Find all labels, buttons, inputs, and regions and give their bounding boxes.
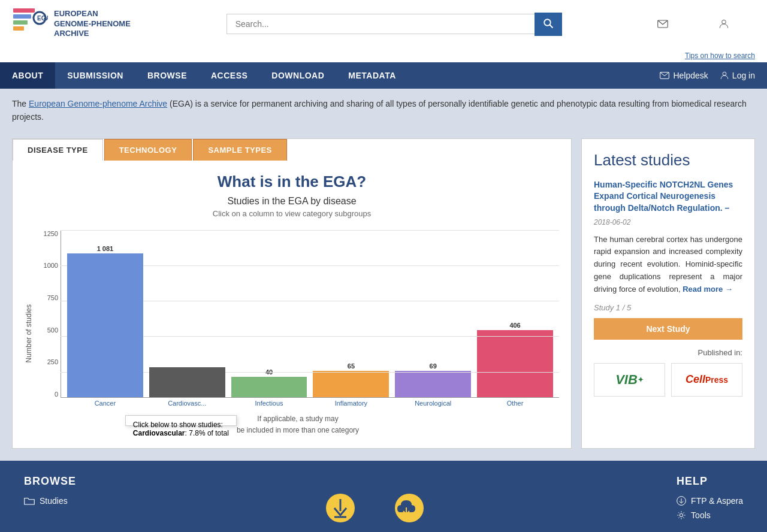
chart-wrapper: Number of studies 1250 1000 750 500 250 … xyxy=(25,230,559,436)
publisher-logos: VIB ✦ CellPress xyxy=(594,363,742,397)
nav-about[interactable]: ABOUT xyxy=(0,62,55,89)
logo-line-1: EUROPEAN xyxy=(54,9,131,19)
search-button[interactable] xyxy=(535,13,562,36)
nav-metadata[interactable]: METADATA xyxy=(336,62,407,89)
bar-group-other[interactable]: 406 xyxy=(477,322,553,397)
chart-inner: 1250 1000 750 500 250 0 xyxy=(37,230,559,436)
y-labels: 1250 1000 750 500 250 0 xyxy=(37,230,61,398)
cellpress-logo-text: Cell xyxy=(686,373,705,386)
x-label-infectious-text[interactable]: Infectious xyxy=(255,400,283,407)
tooltip-label: Cardiovascular xyxy=(133,429,185,437)
help-tools-item[interactable]: Tools xyxy=(677,510,743,520)
x-label-inflamatory[interactable]: Inflamatory xyxy=(313,398,389,407)
svg-text:EGA: EGA xyxy=(37,15,48,22)
nav-helpdesk-label: Helpdesk xyxy=(673,71,708,80)
x-label-cancer-text[interactable]: Cancer xyxy=(95,400,116,407)
svg-rect-2 xyxy=(13,20,28,25)
tab-disease-type[interactable]: DISEASE TYPE xyxy=(13,139,103,161)
help-ftp-item[interactable]: FTP & Aspera xyxy=(677,496,743,506)
nav-login-label: Log in xyxy=(732,71,755,80)
logo-area: EGA EUROPEAN GENOME-PHENOME ARCHIVE xyxy=(12,6,131,42)
nav-login[interactable]: Log in xyxy=(720,71,755,80)
x-label-infectious[interactable]: Infectious xyxy=(231,398,307,407)
logo-line-2: GENOME-PHENOME xyxy=(54,19,131,29)
bar-other[interactable] xyxy=(477,330,553,397)
bar-group-inflamatory[interactable]: 65 xyxy=(313,362,389,397)
bar-group-cancer[interactable]: 1 081 xyxy=(67,245,143,397)
x-label-other[interactable]: Other xyxy=(477,398,553,407)
tips-link[interactable]: Tips on how to search xyxy=(685,52,755,60)
bar-group-infectious[interactable]: 40 xyxy=(231,368,307,397)
svg-point-11 xyxy=(723,72,726,75)
nav-helpdesk[interactable]: Helpdesk xyxy=(660,71,708,80)
x-label-neurological-text[interactable]: Neurological xyxy=(415,400,451,407)
bar-cardiovascular[interactable] xyxy=(149,367,225,397)
search-area xyxy=(227,13,562,36)
tooltip-value: 7.8% of total xyxy=(189,429,229,437)
svg-point-9 xyxy=(722,20,726,24)
browse-heading: BROWSE xyxy=(24,475,76,488)
download-icon xyxy=(325,493,355,523)
y-axis-label: Number of studies xyxy=(25,230,33,436)
login-link[interactable]: Log in xyxy=(719,19,755,29)
x-label-cancer[interactable]: Cancer xyxy=(67,398,143,407)
ega-link[interactable]: European Genome-phenome Archive xyxy=(29,99,167,108)
browse-col: BROWSE Studies xyxy=(24,475,76,506)
x-label-other-text[interactable]: Other xyxy=(507,400,524,407)
bar-group-cardiovascular[interactable]: Click below to show studies: Cardiovascu… xyxy=(149,367,225,397)
read-more-arrow: → xyxy=(725,285,733,294)
x-label-cardiovascular-text[interactable]: Cardiovasc... xyxy=(168,400,206,407)
tab-sample-types[interactable]: SAMPLE TYPES xyxy=(193,139,286,161)
svg-point-16 xyxy=(680,513,683,516)
bar-neurological[interactable] xyxy=(395,371,471,397)
svg-rect-3 xyxy=(13,26,24,31)
x-label-inflamatory-text[interactable]: Inflamatory xyxy=(335,400,367,407)
folder-icon xyxy=(24,497,35,505)
bar-infectious[interactable] xyxy=(231,377,307,397)
help-col: HELP FTP & Aspera Tools xyxy=(677,475,743,520)
published-in-label: Published in: xyxy=(594,348,742,357)
help-tools-label: Tools xyxy=(691,510,711,520)
next-study-button[interactable]: Next Study xyxy=(594,318,742,340)
search-input[interactable] xyxy=(227,14,535,34)
y-label-500: 500 xyxy=(37,327,58,334)
cloud-icon xyxy=(391,493,427,523)
latest-studies-heading: Latest studies xyxy=(594,151,742,170)
header-right: Helpdesk Log in xyxy=(657,19,755,29)
read-more-link[interactable]: Read more → xyxy=(683,285,733,294)
read-more-label: Read more xyxy=(683,285,723,294)
vib-logo-sup: ✦ xyxy=(638,376,644,384)
nav-download[interactable]: DOWNLOAD xyxy=(259,62,336,89)
study-title[interactable]: Human-Specific NOTCH2NL Genes Expand Cor… xyxy=(594,179,742,214)
ega-logo-icon: EGA xyxy=(12,6,48,42)
nav-browse[interactable]: BROWSE xyxy=(135,62,199,89)
chart-subtitle: Studies in the EGA by disease xyxy=(25,196,559,207)
help-ftp-label: FTP & Aspera xyxy=(691,496,743,506)
nav-access[interactable]: ACCESS xyxy=(199,62,259,89)
y-label-0: 0 xyxy=(37,391,58,398)
x-label-neurological[interactable]: Neurological xyxy=(395,398,471,407)
y-label-1000: 1000 xyxy=(37,262,58,269)
nav-submission[interactable]: SUBMISSION xyxy=(55,62,135,89)
main-nav: ABOUT SUBMISSION BROWSE ACCESS DOWNLOAD … xyxy=(0,62,767,89)
x-label-cardiovascular[interactable]: Cardiovasc... xyxy=(149,398,225,407)
main-content: DISEASE TYPE TECHNOLOGY SAMPLE TYPES Wha… xyxy=(0,132,767,461)
study-description: The human cerebral cortex has undergone … xyxy=(594,234,742,296)
browse-studies-label: Studies xyxy=(40,496,68,506)
study-title-dash: – xyxy=(723,203,730,213)
helpdesk-link[interactable]: Helpdesk xyxy=(657,19,706,29)
bar-group-neurological[interactable]: 69 xyxy=(395,362,471,397)
bar-value-cancer: 1 081 xyxy=(97,245,114,252)
header: EGA EUROPEAN GENOME-PHENOME ARCHIVE Help… xyxy=(0,0,767,48)
download-icon-block[interactable] xyxy=(325,493,355,523)
logo-line-3: ARCHIVE xyxy=(54,29,131,39)
bar-inflamatory[interactable] xyxy=(313,371,389,397)
right-panel: Latest studies Human-Specific NOTCH2NL G… xyxy=(581,138,755,449)
download-small-icon xyxy=(677,496,686,506)
browse-studies-item[interactable]: Studies xyxy=(24,496,76,506)
footnote-line1: If applicable, a study may xyxy=(257,415,338,423)
tab-technology[interactable]: TECHNOLOGY xyxy=(104,139,192,161)
y-label-750: 750 xyxy=(37,294,58,301)
cloud-icon-block[interactable] xyxy=(391,493,427,523)
bar-cancer[interactable] xyxy=(67,253,143,397)
